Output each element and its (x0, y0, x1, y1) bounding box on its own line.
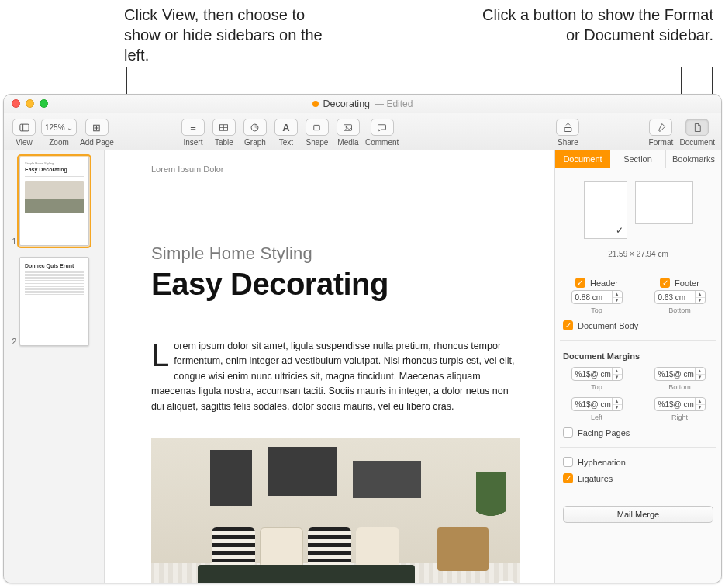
shape-button[interactable]: Shape (302, 116, 333, 147)
step-down-icon[interactable]: ▼ (613, 405, 622, 411)
shape-icon (311, 122, 323, 133)
header-checkbox[interactable]: ✓ (575, 278, 585, 288)
table-button[interactable]: Table (209, 116, 240, 147)
step-up-icon[interactable]: ▲ (696, 291, 705, 298)
text-icon: A (282, 122, 289, 133)
insert-icon: ≡ (190, 122, 196, 133)
graph-button[interactable]: Graph (240, 116, 271, 147)
margin-top-stepper[interactable]: %1$@ cm▲▼ (571, 367, 623, 381)
document-canvas[interactable]: Lorem Ipsum Dolor Simple Home Styling Ea… (105, 150, 554, 583)
document-label: Document (679, 138, 715, 147)
step-up-icon[interactable]: ▲ (613, 368, 622, 375)
app-window: Decorating — Edited View 125% ⌄ Zoom ⊞ A… (3, 94, 722, 583)
step-down-icon[interactable]: ▼ (696, 375, 705, 381)
hyphenation-checkbox[interactable] (563, 457, 573, 467)
table-icon (218, 122, 230, 133)
inline-image[interactable] (151, 438, 520, 583)
text-label: Text (279, 138, 293, 147)
mail-merge-button[interactable]: Mail Merge (563, 506, 713, 523)
annotation-left: Click View, then choose to show or hide … (124, 5, 341, 65)
footer-stepper[interactable]: 0.63 cm▲▼ (654, 290, 706, 304)
document-icon (312, 101, 319, 107)
paintbrush-icon (655, 122, 667, 133)
share-label: Share (558, 138, 578, 147)
page-thumbnail-2[interactable]: Donnec Quis Erunt (19, 257, 89, 346)
chevron-down-icon: ⌄ (67, 123, 73, 132)
image-options-button[interactable] (498, 581, 515, 583)
tab-bookmarks[interactable]: Bookmarks (665, 150, 721, 168)
format-button[interactable]: Format (645, 116, 676, 147)
thumb-subhead: Simple Home Styling (25, 162, 84, 166)
sub-left: Left (591, 413, 602, 421)
margin-right-stepper[interactable]: %1$@ cm▲▼ (654, 397, 706, 411)
image-icon (342, 122, 354, 133)
facing-pages-checkbox[interactable] (563, 427, 573, 438)
tab-section[interactable]: Section (610, 150, 665, 168)
chart-icon (249, 122, 261, 133)
orientation-portrait[interactable]: ✓ (584, 181, 627, 239)
footer-label: Footer (675, 278, 699, 288)
media-button[interactable]: Media (333, 116, 364, 147)
step-up-icon[interactable]: ▲ (696, 368, 705, 375)
step-up-icon[interactable]: ▲ (696, 398, 705, 405)
margin-top-value: %1$@ cm (575, 370, 612, 379)
thumb-image (25, 181, 84, 213)
step-up-icon[interactable]: ▲ (613, 398, 622, 405)
margin-bottom-stepper[interactable]: %1$@ cm▲▼ (654, 367, 706, 381)
ligatures-checkbox[interactable]: ✓ (563, 473, 573, 483)
margin-right-value: %1$@ cm (658, 400, 695, 409)
body-text: orem ipsum dolor sit amet, ligula suspen… (151, 341, 514, 412)
sub-top: Top (591, 306, 602, 314)
margin-left-stepper[interactable]: %1$@ cm▲▼ (571, 397, 623, 411)
zoom-button[interactable]: 125% ⌄ Zoom (40, 116, 78, 147)
header-stepper[interactable]: 0.88 cm▲▼ (571, 290, 623, 304)
add-page-label: Add Page (80, 138, 114, 147)
document-icon (692, 122, 703, 133)
step-down-icon[interactable]: ▼ (613, 375, 622, 381)
annotation-right: Click a button to show the Format or Doc… (481, 5, 713, 45)
page-thumbnail-1[interactable]: Simple Home Styling Easy Decorating (19, 157, 89, 246)
zoom-window-button[interactable] (40, 99, 48, 108)
svg-point-8 (346, 126, 347, 127)
minimize-window-button[interactable] (26, 99, 34, 108)
checkmark-icon: ✓ (616, 225, 623, 236)
text-button[interactable]: A Text (271, 116, 302, 147)
insert-button[interactable]: ≡ Insert (178, 116, 209, 147)
headline: Easy Decorating (151, 267, 523, 302)
margins-title: Document Margins (563, 351, 713, 361)
format-label: Format (649, 138, 674, 147)
margin-bottom-value: %1$@ cm (658, 370, 695, 379)
comment-icon (376, 122, 388, 133)
document-name[interactable]: Decorating (323, 99, 370, 109)
share-icon (562, 122, 574, 133)
document-button[interactable]: Document (678, 116, 716, 147)
sub-right: Right (671, 413, 688, 421)
table-label: Table (215, 138, 233, 147)
shape-label: Shape (306, 138, 328, 147)
footer-value: 0.63 cm (658, 293, 695, 302)
add-page-button[interactable]: ⊞ Add Page (78, 116, 116, 147)
document-body-label: Document Body (578, 321, 638, 330)
paper-orientation-row: ✓ (563, 181, 713, 239)
comment-button[interactable]: Comment (364, 116, 400, 147)
thumb-title: Easy Decorating (25, 167, 84, 172)
document-body-checkbox[interactable]: ✓ (563, 320, 573, 330)
orientation-landscape[interactable] (635, 181, 693, 224)
paper-size-label: 21.59 × 27.94 cm (563, 250, 713, 258)
ligatures-label: Ligatures (578, 474, 613, 483)
svg-rect-6 (314, 125, 320, 130)
share-button[interactable]: Share (552, 116, 583, 147)
tab-document[interactable]: Document (555, 150, 610, 168)
footer-checkbox[interactable]: ✓ (660, 278, 670, 288)
header-value: 0.88 cm (575, 293, 612, 302)
step-up-icon[interactable]: ▲ (613, 291, 622, 298)
step-down-icon[interactable]: ▼ (696, 298, 705, 304)
media-label: Media (337, 138, 358, 147)
step-down-icon[interactable]: ▼ (613, 298, 622, 304)
view-button[interactable]: View (9, 116, 40, 147)
step-down-icon[interactable]: ▼ (696, 405, 705, 411)
close-window-button[interactable] (12, 99, 20, 108)
inspector-sidebar: Document Section Bookmarks ✓ 21.59 × 27.… (554, 150, 721, 583)
insert-label: Insert (183, 138, 202, 147)
sub-top: Top (591, 383, 602, 391)
